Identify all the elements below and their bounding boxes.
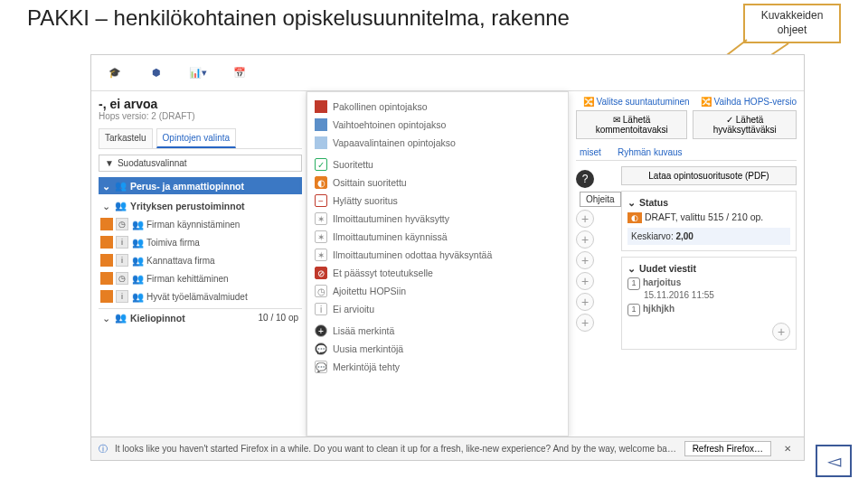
schedule-icon: ◷: [315, 285, 327, 297]
callout-line1: Kuvakkeiden: [761, 9, 824, 23]
btn-laheta-hyvaksyttavaksi[interactable]: ✓ Lähetä hyväksyttäväksi: [693, 110, 797, 139]
btn-download-pdf[interactable]: Lataa opintosuoritusote (PDF): [621, 166, 797, 185]
legend-label: Ilmoittautuminen hyväksytty: [333, 213, 449, 224]
legend-label: Pakollinen opintojakso: [333, 101, 428, 112]
message-item[interactable]: 1harjoitus15.11.2016 11:55: [627, 277, 790, 300]
chevron-down-icon: ⌄: [102, 201, 111, 211]
calendar-icon[interactable]: 📅: [227, 61, 252, 86]
legend-label: Hylätty suoritus: [333, 195, 398, 206]
legend-color-red: [315, 100, 327, 113]
tab-tarkastelu[interactable]: Tarkastelu: [99, 128, 153, 148]
people-icon: 👥: [131, 273, 144, 285]
add-button[interactable]: +: [576, 251, 594, 269]
add-button[interactable]: +: [576, 314, 594, 332]
callout-box: Kuvakkeiden ohjeet: [743, 4, 841, 43]
legend-label: Ilmoittautuminen odottaa hyväksyntää: [333, 249, 492, 260]
add-button[interactable]: +: [576, 210, 594, 228]
filter-icon: ▼: [105, 158, 114, 168]
partial-icon: ◐: [315, 176, 327, 189]
legend-label: Ajoitettu HOPSiin: [333, 286, 406, 296]
callout-line2: ohjeet: [778, 23, 807, 38]
info-icon: i: [315, 303, 327, 315]
legend-label: Vaihtoehtoinen opintojakso: [333, 119, 446, 130]
clock-icon: ◷: [116, 218, 128, 230]
filter-label: Suodatusvalinnat: [118, 158, 187, 168]
slide-title: PAKKI – henkilökohtainen opiskelusuunnit…: [27, 5, 570, 31]
message-item[interactable]: 1hjkhjkh: [627, 304, 790, 316]
info-icon: i: [116, 254, 128, 267]
link-valitse-suuntautuminen[interactable]: 🔀 Valitse suuntautuminen: [583, 97, 690, 107]
people-icon: 👥: [115, 180, 127, 192]
messages-card: ⌄Uudet viestit 1harjoitus15.11.2016 11:5…: [621, 257, 797, 350]
chevron-down-icon: ⌄: [102, 313, 111, 324]
info-icon: i: [116, 290, 128, 303]
close-icon[interactable]: ✕: [778, 444, 797, 454]
legend-label: Ei arvioitu: [333, 304, 374, 314]
group-label: Perus- ja ammattiopinnot: [130, 181, 244, 192]
top-nav: 🎓 ⬢ 📊▾ 📅: [91, 55, 804, 91]
course-row[interactable]: i👥Hyvät työelämävalmiudet: [99, 288, 302, 305]
course-name: Hyvät työelämävalmiudet: [146, 292, 248, 302]
firefox-notification-bar: ⓘ It looks like you haven't started Fire…: [91, 436, 804, 460]
legend-color-blue: [315, 118, 327, 131]
help-tooltip: Ohjeita: [580, 192, 621, 207]
refresh-firefox-button[interactable]: Refresh Firefox…: [684, 441, 771, 456]
course-row[interactable]: i👥Toimiva firma: [99, 234, 302, 250]
tab-ryhman-kuvaus[interactable]: Ryhmän kuvaus: [614, 145, 686, 160]
group-label: Yrityksen perustoiminnot: [130, 201, 245, 211]
average-box: Keskiarvo: 2,00: [627, 228, 790, 245]
help-icon[interactable]: ?: [576, 170, 594, 188]
course-row[interactable]: i👥Kannattava firma: [99, 252, 302, 268]
enroll-wait-icon: ✶: [315, 249, 327, 261]
clock-icon: ◷: [116, 272, 128, 285]
add-button[interactable]: +: [576, 230, 594, 249]
course-row[interactable]: ◷👥Firman kehittäminen: [99, 270, 302, 286]
group-yrityksen[interactable]: ⌄ 👥 Yrityksen perustoiminnot: [99, 197, 302, 214]
denied-icon: ⊘: [315, 267, 327, 279]
group-kieliopinnot[interactable]: ⌄👥Kieliopinnot 10 / 10 op: [99, 308, 302, 326]
legend-label: Osittain suoritettu: [333, 177, 407, 188]
comment-icon: 💬: [315, 343, 327, 355]
add-button[interactable]: +: [576, 272, 594, 290]
legend-label: Suoritettu: [333, 159, 373, 170]
tab-miset[interactable]: miset: [576, 145, 605, 160]
hops-subtitle: Hops versio: 2 (DRAFT): [99, 111, 302, 121]
add-message-button[interactable]: +: [772, 323, 790, 341]
hops-title: -, ei arvoa: [99, 97, 302, 111]
group-credits: 10 / 10 op: [259, 313, 298, 323]
tab-opintojen-valinta[interactable]: Opintojen valinta: [156, 128, 237, 148]
legend-panel: Pakollinen opintojakso Vaihtoehtoinen op…: [307, 91, 569, 436]
link-vaihda-hops[interactable]: 🔀 Vaihda HOPS-versio: [701, 97, 797, 107]
group-perus-ammatti[interactable]: ⌄ 👥 Perus- ja ammattiopinnot: [99, 177, 302, 194]
chevron-down-icon[interactable]: ⌄: [627, 197, 636, 208]
enroll-progress-icon: ✶: [315, 230, 327, 243]
draft-text: DRAFT, valittu 515 / 210 op.: [645, 211, 763, 222]
course-row[interactable]: ◷👥Firman käynnistäminen: [99, 216, 302, 232]
chart-icon[interactable]: 📊▾: [185, 61, 211, 86]
filter-button[interactable]: ▼ Suodatusvalinnat: [99, 155, 302, 172]
previous-slide-button[interactable]: ◅: [816, 445, 852, 477]
people-icon: 👥: [115, 200, 127, 211]
firefox-icon: ⓘ: [99, 443, 108, 455]
course-name: Firman käynnistäminen: [146, 220, 240, 230]
legend-color-lightblue: [315, 136, 327, 149]
cube-icon[interactable]: ⬢: [144, 61, 169, 86]
course-name: Firman kehittäminen: [146, 274, 229, 284]
people-icon: 👥: [131, 291, 144, 303]
plus-icon: +: [315, 324, 327, 337]
chevron-down-icon: ⌄: [102, 181, 111, 192]
add-button[interactable]: +: [576, 293, 594, 311]
btn-laheta-kommentoitavaksi[interactable]: ✉ Lähetä kommentoitavaksi: [576, 110, 687, 139]
people-icon: 👥: [131, 237, 144, 249]
status-title: Status: [639, 197, 668, 208]
course-name: Toimiva firma: [146, 238, 200, 248]
group-label: Kieliopinnot: [130, 313, 185, 324]
legend-label: Et päässyt toteutukselle: [333, 267, 433, 278]
enroll-ok-icon: ✶: [315, 212, 327, 225]
chevron-down-icon[interactable]: ⌄: [627, 263, 636, 274]
graduation-icon[interactable]: 🎓: [102, 61, 127, 86]
app-frame: 🎓 ⬢ 📊▾ 📅 -, ei arvoa Hops versio: 2 (DRA…: [90, 54, 805, 461]
firefox-text: It looks like you haven't started Firefo…: [115, 444, 677, 454]
legend-label: Ilmoittautuminen käynnissä: [333, 231, 448, 242]
course-name: Kannattava firma: [146, 256, 215, 266]
